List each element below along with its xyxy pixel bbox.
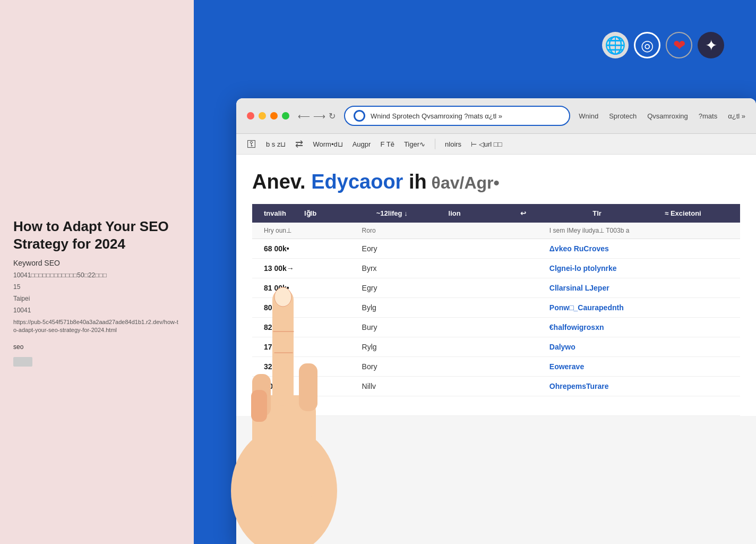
table-row: S0 00k• Nillv OhrepemsTurare: [252, 377, 740, 396]
address-text: Wnind Sprotech Qvsamroxing ?mats α¿tl »: [371, 112, 561, 120]
article-url[interactable]: https://pub-5c454f571b8e40a3a2aad27ade84…: [13, 318, 181, 335]
cell-name[interactable]: Cllarsinal LJeper: [545, 284, 733, 292]
toolbar-icon-2[interactable]: ⇄: [295, 138, 303, 150]
cell-name[interactable]: OhrepemsTurare: [545, 382, 733, 390]
toolbar-nloirs[interactable]: nloirs: [445, 140, 461, 148]
browser-chrome: ⟵ ⟶ ↻ Wnind Sprotech Qvsamroxing ?mats α…: [236, 98, 756, 134]
nav-buttons: ⟵ ⟶ ↻: [298, 111, 336, 121]
th-12lifeg[interactable]: ~12lifeg ↓: [372, 209, 444, 217]
table-row: 8F 00k•: [252, 396, 740, 416]
cell-vol: 80 00k•: [260, 303, 358, 312]
th-excietoni: ≈ Excietoni: [660, 209, 733, 217]
meta-num: 15: [13, 283, 181, 291]
table-row: 13 00k→ Byrx Clgnei-lo ptolynrke: [252, 259, 740, 278]
table-row: 17 004• Rylg Dalywo: [252, 337, 740, 357]
cell-name[interactable]: Eowerave: [545, 362, 733, 371]
sh-sem: I sem IMey iludya⊥ T003b a: [545, 227, 733, 234]
cell-vol: 81 00k•: [260, 284, 358, 292]
back-icon[interactable]: ⟵: [298, 111, 310, 121]
cell-vol: 68 00k•: [260, 244, 358, 253]
minimize-button[interactable]: [259, 112, 266, 120]
th-invalid: tnvalih: [260, 209, 300, 217]
toolbar-f-te[interactable]: F Tē: [380, 140, 394, 148]
cell-vol: 13 00k→: [260, 264, 358, 273]
traffic-lights: [247, 112, 289, 120]
toolbar-worm[interactable]: Worm•d⊔: [313, 140, 342, 148]
address-bar[interactable]: Wnind Sprotech Qvsamroxing ?mats α¿tl »: [344, 106, 570, 126]
left-panel: How to Adapt Your SEO Strategy for 2024 …: [0, 0, 194, 544]
toolbar-separator: [435, 139, 435, 149]
cell-name[interactable]: €halfowigrosxn: [545, 323, 733, 332]
cell-name[interactable]: Δvkeo RuCroves: [545, 244, 733, 253]
meta-city: Taipei: [13, 295, 181, 302]
icon-3: ❤: [666, 32, 692, 58]
toolbar-augpr[interactable]: Augpr: [353, 140, 371, 148]
forward-icon[interactable]: ⟶: [313, 111, 325, 121]
refresh-icon[interactable]: ↻: [329, 111, 336, 121]
table-row: 80 00k• Bylg Ponw□_Caurapednth: [252, 298, 740, 318]
icon-4: ✦: [698, 32, 724, 58]
icon-1: 🌐: [602, 32, 629, 58]
tag-label: seo: [13, 343, 181, 351]
browser-window: ⟵ ⟶ ↻ Wnind Sprotech Qvsamroxing ?mats α…: [236, 98, 756, 544]
table-row: 82 00k• Bury €halfowigrosxn: [252, 318, 740, 337]
cell-name[interactable]: Clgnei-lo ptolynrke: [545, 264, 733, 273]
article-title: How to Adapt Your SEO Strategy for 2024: [13, 218, 181, 252]
cell-type: Nillv: [358, 382, 545, 390]
cell-vol: 32 00k•: [260, 362, 358, 371]
table-subheader: Hry oun⊥ Roro I sem IMey iludya⊥ T003b a: [252, 223, 740, 239]
menu-item-1[interactable]: Wnind: [579, 112, 598, 120]
fullscreen-button[interactable]: [270, 112, 278, 120]
title-part3: ih: [403, 171, 426, 193]
menu-item-4[interactable]: ?mats: [699, 112, 717, 120]
cell-type: Bylg: [358, 303, 545, 312]
right-panel: 🌐 ◎ ❤ ✦ ⟵ ⟶ ↻ Wnind Sprotech Qvsamroxing…: [194, 0, 756, 544]
cell-vol: 8F 00k•: [260, 402, 358, 410]
cell-vol: 17 004•: [260, 343, 358, 351]
keyword-label: Keyword SEO: [13, 259, 181, 267]
toolbar-icon-1[interactable]: ⚿: [247, 139, 256, 150]
browser-menu: Wnind Sprotech Qvsamroxing ?mats α¿tl »: [579, 112, 745, 120]
th-lion: lion: [444, 209, 517, 217]
content-title: Anev. Edycaoor ih θav/Agr•: [252, 171, 740, 193]
icon-2: ◎: [634, 32, 660, 58]
meta-code: 10041: [13, 307, 181, 314]
cell-vol: S0 00k•: [260, 382, 358, 390]
th-arrow: ↩︎: [516, 209, 588, 217]
sh-hry: Hry oun⊥: [260, 227, 358, 234]
menu-item-3[interactable]: Qvsamroxing: [647, 112, 688, 120]
cell-type: Egry: [358, 284, 545, 292]
toolbar-url[interactable]: ⊢ ◁url □□: [471, 140, 502, 148]
menu-item-5[interactable]: α¿tl »: [728, 112, 745, 120]
title-part2: Edycaoor: [311, 171, 403, 193]
table-row: 81 00k• Egry Cllarsinal LJeper: [252, 278, 740, 298]
browser-logo: [354, 110, 365, 122]
cell-type: Rylg: [358, 343, 545, 351]
th-tlr: Tlr: [588, 209, 660, 217]
browser-toolbar: ⚿ b s z⊔ ⇄ Worm•d⊔ Augpr F Tē Tiger∿ nlo…: [236, 134, 756, 155]
close-button[interactable]: [247, 112, 254, 120]
cell-vol: 82 00k•: [260, 323, 358, 332]
toolbar-text-1: b s z⊔: [266, 140, 286, 148]
table-header: tnvalih lg̃lb ~12lifeg ↓ lion ↩︎ Tlr ≈ E…: [252, 204, 740, 223]
table-rows: 68 00k• Eory Δvkeo RuCroves 13 00k→ Byrx…: [252, 239, 740, 416]
browser-content: Anev. Edycaoor ih θav/Agr• tnvalih lg̃lb…: [236, 155, 756, 416]
sh-roro: Roro: [358, 227, 545, 234]
tag-box: [13, 357, 32, 367]
browser-icons: 🌐 ◎ ❤ ✦: [602, 32, 724, 58]
table-row: 32 00k• Bory Eowerave: [252, 357, 740, 377]
toolbar-tiger[interactable]: Tiger∿: [404, 140, 425, 148]
th-lb: lg̃lb: [300, 209, 372, 217]
cell-name[interactable]: Ponw□_Caurapednth: [545, 303, 733, 312]
title-part4: θav/Agr•: [427, 173, 500, 192]
cell-type: Byrx: [358, 264, 545, 273]
cell-type: Eory: [358, 244, 545, 253]
cell-name[interactable]: Dalywo: [545, 343, 733, 351]
title-part1: Anev.: [252, 171, 311, 193]
cell-type: Bory: [358, 362, 545, 371]
meta-id: 10041□□□□□□□□□□□□50□22□□□: [13, 271, 181, 279]
table-row: 68 00k• Eory Δvkeo RuCroves: [252, 239, 740, 259]
cell-type: Bury: [358, 323, 545, 332]
zoom-button[interactable]: [282, 112, 289, 120]
menu-item-2[interactable]: Sprotech: [609, 112, 637, 120]
